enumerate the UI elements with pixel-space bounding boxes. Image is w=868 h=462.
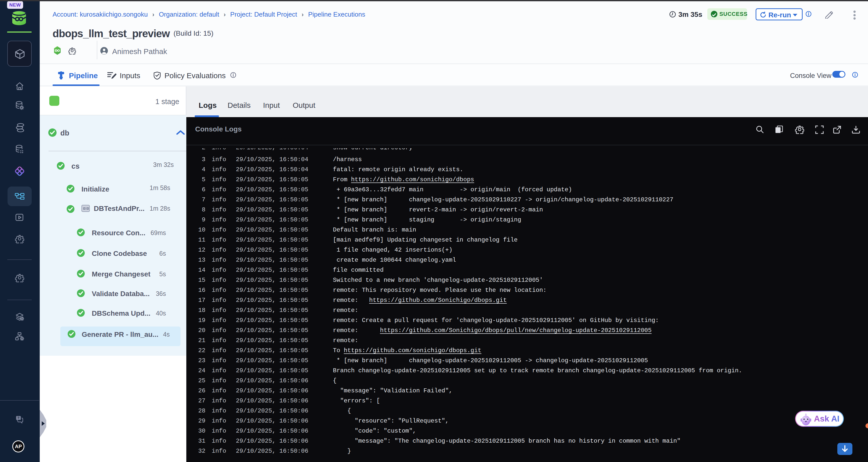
svg-text:?: ?: [17, 416, 19, 420]
